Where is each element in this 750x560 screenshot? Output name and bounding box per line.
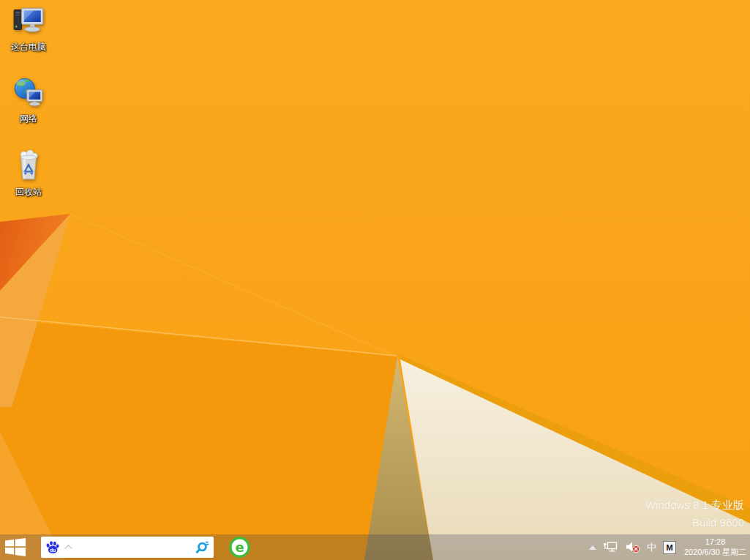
desktop-icon-network[interactable]: 网络	[0, 76, 57, 124]
desktop-icon-label: 这台电脑	[0, 42, 57, 52]
recycle-bin-icon	[12, 148, 45, 183]
chevron-up-icon[interactable]	[64, 544, 73, 550]
svg-text:e: e	[235, 540, 244, 555]
svg-text:du: du	[50, 547, 56, 552]
volume-muted-icon[interactable]	[626, 541, 640, 553]
watermark-build: Build 9600	[645, 514, 744, 531]
taskbar-search[interactable]: du	[41, 537, 214, 558]
os-watermark: Windows 8.1 专业版 Build 9600	[645, 496, 744, 531]
browser-360-button[interactable]: e	[227, 536, 252, 559]
windows-logo-icon	[5, 538, 26, 556]
desktop-wallpaper	[0, 0, 750, 560]
clock-time: 17:28	[684, 537, 746, 548]
search-input[interactable]	[73, 537, 194, 558]
baidu-search-icon[interactable]	[194, 540, 209, 555]
desktop: 这台电脑 网络	[0, 0, 750, 560]
desktop-icon-label: 回收站	[0, 187, 57, 197]
desktop-icon-recycle-bin[interactable]: 回收站	[0, 148, 57, 197]
network-tray-icon[interactable]	[603, 541, 619, 553]
network-globe-icon	[12, 76, 45, 110]
watermark-edition: Windows 8.1 专业版	[645, 496, 744, 514]
show-hidden-icons-chevron-icon[interactable]	[589, 545, 596, 550]
desktop-icon-this-pc[interactable]: 这台电脑	[0, 4, 57, 52]
start-button[interactable]	[0, 534, 31, 560]
taskbar: du e	[0, 534, 750, 560]
tray-clock[interactable]: 17:28 2020/6/30 星期二	[684, 537, 746, 557]
clock-date: 2020/6/30 星期二	[684, 548, 746, 558]
ime-language-indicator[interactable]: 中	[647, 541, 656, 554]
desktop-icon-label: 网络	[0, 113, 57, 124]
computer-icon	[12, 4, 45, 38]
baidu-paw-icon: du	[45, 540, 60, 555]
green-e-browser-icon: e	[228, 536, 251, 559]
system-tray: 中 M 17:28 2020/6/30 星期二	[589, 534, 746, 560]
ime-mode-indicator[interactable]: M	[663, 541, 676, 554]
